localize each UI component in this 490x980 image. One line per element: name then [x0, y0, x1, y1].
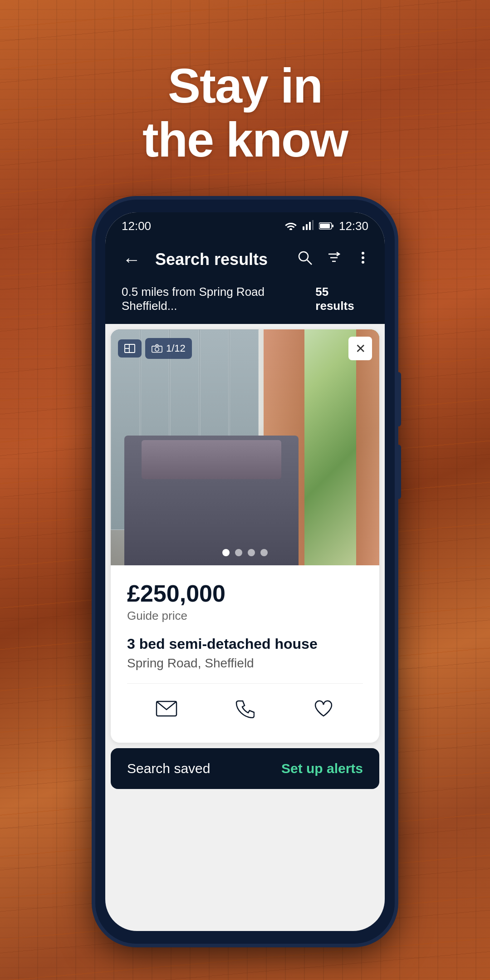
- signal-icon: [303, 219, 314, 233]
- dot-3: [248, 549, 255, 556]
- nav-bar: ← Search results: [105, 240, 385, 279]
- svg-point-14: [362, 261, 364, 264]
- search-saved-text: Search saved: [127, 761, 210, 776]
- dot-1: [222, 549, 230, 556]
- dot-2: [235, 549, 242, 556]
- phone-icon: [235, 699, 255, 723]
- svg-rect-2: [309, 222, 311, 230]
- email-icon: [156, 700, 177, 722]
- status-time-right: 12:30: [339, 219, 368, 233]
- image-dots-indicator: [222, 549, 268, 556]
- search-button[interactable]: [297, 250, 313, 270]
- curtain-right: [356, 329, 379, 565]
- svg-rect-5: [332, 225, 333, 227]
- headline-line2: the know: [0, 113, 490, 167]
- battery-icon: [319, 219, 333, 233]
- bottom-bar: Search saved Set up alerts: [111, 748, 379, 789]
- status-right-icons: 12:30: [284, 219, 368, 233]
- search-location: 0.5 miles from Spring Road Sheffield...: [122, 285, 315, 313]
- card-body: £250,000 Guide price 3 bed semi-detached…: [111, 565, 379, 743]
- headline-line1: Stay in: [0, 59, 490, 113]
- svg-point-19: [155, 347, 159, 351]
- set-up-alerts-button[interactable]: Set up alerts: [281, 761, 363, 776]
- property-image-container[interactable]: 1/12 ✕: [111, 329, 379, 565]
- status-time-left: 12:00: [122, 219, 151, 233]
- bed-area: [124, 436, 299, 565]
- status-bar: 12:00: [105, 212, 385, 240]
- close-image-button[interactable]: ✕: [348, 337, 372, 360]
- svg-point-7: [299, 252, 308, 261]
- more-button[interactable]: [355, 250, 371, 270]
- email-button[interactable]: [148, 693, 185, 729]
- svg-rect-0: [303, 226, 304, 230]
- svg-rect-1: [306, 224, 308, 230]
- search-info-bar: 0.5 miles from Spring Road Sheffield... …: [105, 279, 385, 324]
- property-photo: [111, 329, 379, 565]
- back-button[interactable]: ←: [119, 246, 144, 274]
- property-address: Spring Road, Sheffield: [127, 656, 363, 671]
- photo-counter: 1/12: [145, 338, 192, 359]
- floor-plan-button[interactable]: [118, 339, 142, 358]
- image-top-bar: 1/12 ✕: [111, 337, 379, 360]
- nav-title: Search results: [155, 250, 286, 269]
- wifi-icon: [284, 219, 297, 233]
- nav-icons: [297, 250, 371, 270]
- headline: Stay in the know: [0, 59, 490, 167]
- sort-button[interactable]: [326, 250, 342, 270]
- property-card[interactable]: 1/12 ✕ £250,000 Guide price 3 bed semi-: [111, 329, 379, 743]
- image-counter-group: 1/12: [118, 338, 192, 359]
- phone-button[interactable]: [227, 693, 263, 729]
- search-count: 55 results: [315, 285, 368, 313]
- phone-device: 12:00: [95, 200, 395, 944]
- dot-4: [260, 549, 268, 556]
- svg-rect-3: [312, 220, 314, 230]
- svg-rect-6: [320, 224, 330, 228]
- save-button[interactable]: [305, 693, 342, 729]
- price-label: Guide price: [127, 609, 363, 623]
- phone-screen: 12:00: [105, 212, 385, 931]
- svg-point-12: [362, 252, 364, 255]
- photo-count-label: 1/12: [166, 343, 186, 354]
- property-price: £250,000: [127, 580, 363, 607]
- card-actions: [127, 683, 363, 734]
- heart-icon: [314, 700, 333, 722]
- property-type: 3 bed semi-detached house: [127, 636, 363, 652]
- svg-point-13: [362, 256, 364, 259]
- svg-line-8: [307, 260, 312, 265]
